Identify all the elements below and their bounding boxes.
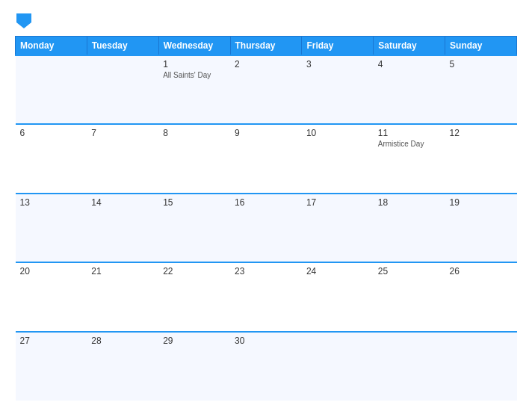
calendar-table: MondayTuesdayWednesdayThursdayFridaySatu… [15,36,517,401]
day-number: 14 [91,197,154,208]
day-number: 23 [235,266,297,276]
calendar-cell: 15 [158,194,230,262]
day-number: 11 [378,128,441,138]
calendar-cell: 23 [230,262,302,331]
calendar-cell: 3 [302,55,374,124]
day-number: 3 [306,59,369,69]
logo [15,13,31,28]
day-number: 26 [450,266,513,276]
calendar-week-row: 67891011Armistice Day12 [16,124,517,193]
day-number: 6 [20,128,83,138]
calendar-cell [445,332,517,401]
day-number: 7 [91,128,154,138]
calendar-cell: 1All Saints' Day [158,55,230,124]
calendar-cell: 12 [445,124,517,193]
calendar-body: 1All Saints' Day234567891011Armistice Da… [16,55,517,401]
calendar-cell: 8 [158,124,230,193]
weekday-header: Tuesday [87,37,158,56]
calendar-cell [16,55,87,124]
day-number: 18 [378,197,441,208]
weekday-header: Monday [16,37,87,56]
day-number: 9 [235,128,297,138]
day-number: 13 [20,197,83,208]
calendar-week-row: 27282930 [16,332,517,401]
calendar-cell: 5 [445,55,517,124]
calendar-cell: 19 [445,194,517,262]
day-number: 2 [235,59,297,69]
calendar-cell: 26 [445,262,517,331]
calendar-cell: 21 [87,262,158,331]
day-number: 27 [20,336,83,346]
day-number: 4 [378,59,441,69]
calendar-cell: 10 [302,124,374,193]
calendar-cell: 9 [230,124,302,193]
day-number: 16 [235,197,297,208]
calendar-cell [374,332,445,401]
calendar-cell: 20 [16,262,87,331]
calendar-week-row: 1All Saints' Day2345 [16,55,517,124]
weekday-header: Sunday [445,37,517,56]
day-number: 28 [91,336,154,346]
day-number: 21 [91,266,154,276]
logo-icon [16,13,31,28]
calendar-cell: 30 [230,332,302,401]
calendar-cell: 27 [16,332,87,401]
day-number: 29 [163,336,226,346]
calendar-cell: 6 [16,124,87,193]
weekday-header: Wednesday [158,37,230,56]
day-number: 22 [163,266,226,276]
calendar-page: MondayTuesdayWednesdayThursdayFridaySatu… [0,0,532,411]
day-number: 5 [450,59,513,69]
day-number: 15 [163,197,226,208]
calendar-cell: 17 [302,194,374,262]
calendar-cell: 7 [87,124,158,193]
calendar-cell: 16 [230,194,302,262]
calendar-cell: 28 [87,332,158,401]
holiday-name: All Saints' Day [163,71,226,79]
day-number: 12 [450,128,513,138]
day-number: 25 [378,266,441,276]
weekday-header: Saturday [374,37,445,56]
weekday-header: Thursday [230,37,302,56]
weekday-header-row: MondayTuesdayWednesdayThursdayFridaySatu… [16,37,517,56]
calendar-cell [87,55,158,124]
day-number: 17 [306,197,369,208]
calendar-cell: 11Armistice Day [374,124,445,193]
calendar-cell: 24 [302,262,374,331]
calendar-cell: 14 [87,194,158,262]
calendar-cell: 18 [374,194,445,262]
weekday-header: Friday [302,37,374,56]
calendar-header [15,13,517,28]
day-number: 24 [306,266,369,276]
calendar-cell [302,332,374,401]
calendar-week-row: 20212223242526 [16,262,517,331]
day-number: 20 [20,266,83,276]
day-number: 30 [235,336,297,346]
day-number: 19 [450,197,513,208]
day-number: 1 [163,59,226,69]
calendar-cell: 29 [158,332,230,401]
calendar-cell: 2 [230,55,302,124]
day-number: 10 [306,128,369,138]
calendar-cell: 4 [374,55,445,124]
calendar-week-row: 13141516171819 [16,194,517,262]
calendar-cell: 13 [16,194,87,262]
holiday-name: Armistice Day [378,140,441,148]
svg-marker-0 [16,13,31,28]
calendar-cell: 25 [374,262,445,331]
day-number: 8 [163,128,226,138]
calendar-cell: 22 [158,262,230,331]
